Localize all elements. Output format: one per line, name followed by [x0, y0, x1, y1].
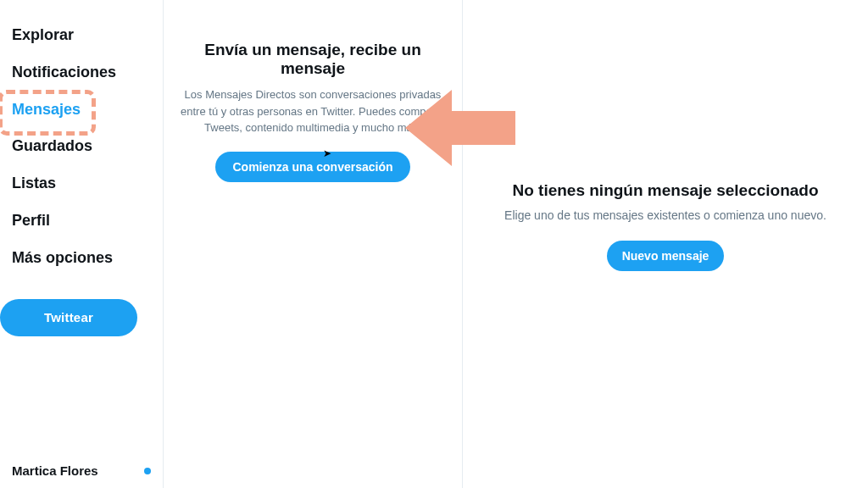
spacer [0, 336, 163, 455]
nav-list: Explorar Notificaciones Mensajes Guardad… [0, 17, 163, 277]
no-selection-title: No tienes ningún mensaje seleccionado [512, 181, 818, 200]
sidebar-item-listas[interactable]: Listas [0, 165, 163, 202]
app-root: Explorar Notificaciones Mensajes Guardad… [0, 0, 868, 488]
no-selection-description: Elige uno de tus mensajes existentes o c… [504, 208, 826, 222]
sidebar-item-explorar[interactable]: Explorar [0, 17, 163, 54]
new-message-button[interactable]: Nuevo mensaje [607, 241, 725, 271]
sidebar-item-mensajes[interactable]: Mensajes [0, 92, 163, 129]
tweet-button[interactable]: Twittear [0, 299, 137, 336]
sidebar: Explorar Notificaciones Mensajes Guardad… [0, 0, 163, 488]
start-conversation-button[interactable]: Comienza una conversación [215, 152, 409, 182]
messages-column: Envía un mensaje, recibe un mensaje Los … [164, 0, 462, 488]
status-dot-icon [144, 468, 151, 474]
highlight-mensajes: Mensajes [0, 92, 163, 129]
sidebar-item-notificaciones[interactable]: Notificaciones [0, 54, 163, 92]
sidebar-item-mas-opciones[interactable]: Más opciones [0, 240, 163, 277]
empty-inbox-description: Los Mensajes Directos son conversaciones… [177, 86, 448, 136]
empty-inbox-title: Envía un mensaje, recibe un mensaje [177, 41, 448, 78]
user-row[interactable]: Martica Flores [0, 455, 163, 488]
sidebar-item-perfil[interactable]: Perfil [0, 202, 163, 240]
sidebar-item-guardados[interactable]: Guardados [0, 128, 163, 165]
empty-inbox-card: Envía un mensaje, recibe un mensaje Los … [172, 41, 453, 182]
user-name: Martica Flores [12, 463, 98, 478]
conversation-panel: No tienes ningún mensaje seleccionado El… [463, 0, 868, 488]
